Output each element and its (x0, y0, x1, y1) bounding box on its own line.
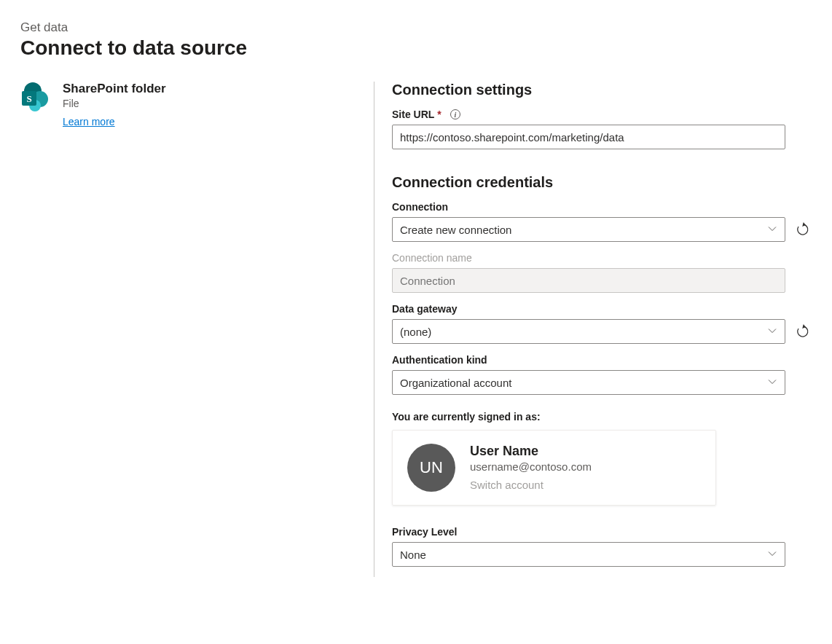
svg-text:S: S (26, 93, 31, 104)
privacy-level-select[interactable]: None (392, 542, 785, 567)
learn-more-link[interactable]: Learn more (63, 116, 115, 127)
data-source-subtitle: File (63, 98, 166, 109)
content-area: S SharePoint folder File Learn more Conn… (20, 82, 812, 577)
data-gateway-field: Data gateway (none) (392, 303, 812, 344)
connection-select[interactable]: Create new connection (392, 217, 785, 242)
connection-panel: Connection settings Site URL * i Connect… (374, 82, 812, 577)
info-icon[interactable]: i (450, 109, 460, 119)
auth-kind-label: Authentication kind (392, 354, 812, 366)
privacy-level-label: Privacy Level (392, 526, 812, 538)
user-email: username@contoso.com (470, 460, 592, 473)
page-title: Connect to data source (20, 36, 812, 60)
refresh-icon (796, 222, 810, 237)
data-source-title: SharePoint folder (63, 82, 166, 96)
connection-label: Connection (392, 201, 812, 213)
site-url-field: Site URL * i (392, 109, 812, 149)
auth-kind-field: Authentication kind Organizational accou… (392, 354, 812, 395)
refresh-connection-button[interactable] (794, 221, 812, 238)
site-url-label: Site URL * i (392, 109, 812, 120)
connection-name-label: Connection name (392, 252, 812, 264)
site-url-label-text: Site URL (392, 109, 434, 120)
account-info: User Name username@contoso.com Switch ac… (470, 444, 592, 492)
connection-field: Connection Create new connection (392, 201, 812, 242)
privacy-level-field: Privacy Level None (392, 526, 812, 567)
connection-credentials-heading: Connection credentials (392, 174, 812, 191)
connection-name-field: Connection name (392, 252, 812, 293)
site-url-input[interactable] (392, 125, 785, 149)
auth-kind-select[interactable]: Organizational account (392, 370, 785, 395)
data-source-panel: S SharePoint folder File Learn more (20, 82, 374, 577)
connection-name-input (392, 268, 785, 293)
signed-in-label: You are currently signed in as: (392, 411, 812, 423)
refresh-gateway-button[interactable] (794, 323, 812, 340)
sharepoint-icon: S (20, 82, 51, 112)
data-gateway-label: Data gateway (392, 303, 812, 315)
data-source-info: SharePoint folder File Learn more (63, 82, 166, 128)
account-card: UN User Name username@contoso.com Switch… (392, 430, 716, 506)
required-indicator: * (437, 109, 441, 120)
switch-account-link[interactable]: Switch account (470, 479, 543, 491)
connection-settings-heading: Connection settings (392, 82, 812, 98)
breadcrumb: Get data (20, 20, 812, 35)
data-gateway-select[interactable]: (none) (392, 319, 785, 344)
user-name: User Name (470, 444, 592, 459)
refresh-icon (796, 324, 810, 339)
avatar: UN (407, 444, 455, 492)
